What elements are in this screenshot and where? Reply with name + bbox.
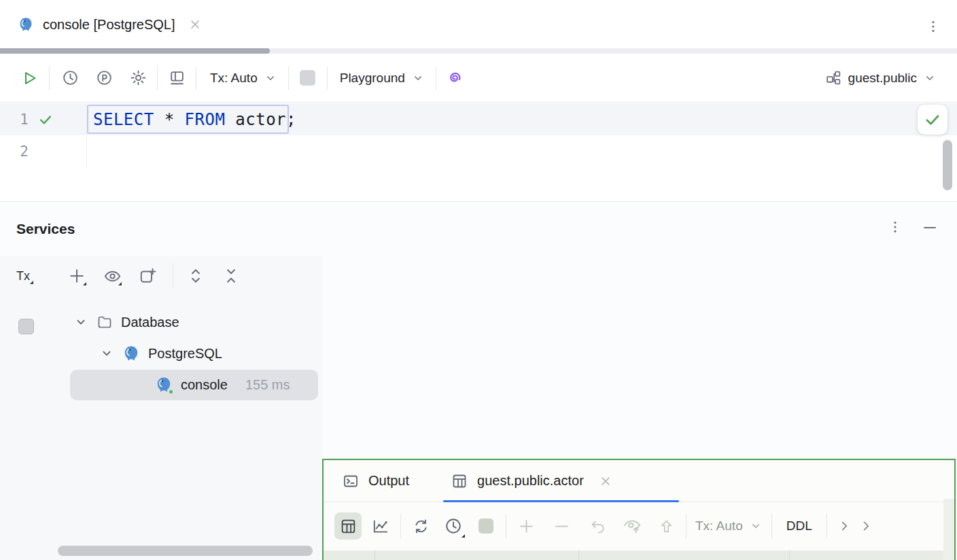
parameters-button[interactable] xyxy=(92,66,116,90)
next-page-icon[interactable] xyxy=(837,519,852,533)
editor-tabbar: console [PostgreSQL] xyxy=(0,0,957,49)
postgresql-icon xyxy=(18,16,34,33)
tab-label: guest.public.actor xyxy=(477,473,584,489)
editor-scrollbar-thumb[interactable] xyxy=(943,140,952,190)
submit-button[interactable] xyxy=(652,512,680,540)
run-button[interactable] xyxy=(18,66,42,90)
result-grid[interactable]: actor_id first_na… last_name xyxy=(324,550,954,560)
row-number-header[interactable] xyxy=(324,550,375,560)
column-header-last-name[interactable]: last_name xyxy=(790,550,943,560)
grid-view-button[interactable] xyxy=(334,512,362,540)
close-icon[interactable] xyxy=(188,18,202,31)
toolbar-separator xyxy=(686,514,686,538)
schema-switcher[interactable]: guest.public xyxy=(821,69,941,86)
eye-upload-icon xyxy=(623,517,642,536)
expand-all-button[interactable] xyxy=(184,264,207,287)
editor-line-1[interactable]: 1 SELECT * FROM actor; xyxy=(0,103,957,135)
tx-dropdown[interactable]: Tx xyxy=(16,266,35,286)
gear-icon xyxy=(130,69,147,86)
executed-check-icon xyxy=(38,112,53,127)
add-row-button[interactable] xyxy=(512,512,540,540)
auto-refresh-button[interactable] xyxy=(440,512,467,540)
playground-label: Playground xyxy=(340,71,405,86)
services-tree-panel: Tx Database xyxy=(0,256,322,560)
clock-icon xyxy=(445,517,462,535)
open-in-new-tab-button[interactable] xyxy=(136,264,159,287)
refresh-icon xyxy=(413,518,430,535)
stop-query-button[interactable] xyxy=(472,512,500,540)
preview-changes-button[interactable] xyxy=(619,512,646,540)
code-area[interactable]: SELECT * FROM actor; xyxy=(86,103,296,135)
stop-button[interactable] xyxy=(296,66,320,90)
table-icon xyxy=(340,518,357,535)
toolbar-separator xyxy=(327,67,328,90)
schema-icon xyxy=(825,69,842,86)
chevron-down-icon[interactable] xyxy=(73,315,88,330)
tabstrip-scrollbar[interactable] xyxy=(0,48,957,54)
last-page-icon[interactable] xyxy=(858,519,873,533)
add-button[interactable] xyxy=(65,264,88,287)
toolbar-separator xyxy=(771,514,772,538)
results-toolbar: Tx: Auto DDL xyxy=(324,502,954,550)
folder-icon xyxy=(97,314,113,330)
ai-assistant-button[interactable] xyxy=(443,66,468,90)
results-panel: Output guest.public.actor xyxy=(322,459,956,560)
results-tx-dropdown[interactable]: Tx: Auto xyxy=(693,519,765,533)
code-area[interactable] xyxy=(86,135,89,167)
tree-item-console[interactable]: console 155 ms xyxy=(0,369,322,400)
postgresql-icon xyxy=(122,345,140,362)
kebab-menu-icon[interactable] xyxy=(926,19,941,34)
refresh-button[interactable] xyxy=(407,512,434,540)
toolbar-separator xyxy=(157,67,158,90)
minimize-icon[interactable] xyxy=(922,220,938,236)
services-title: Services xyxy=(16,221,75,237)
sql-editor[interactable]: 1 SELECT * FROM actor; 2 xyxy=(0,103,957,201)
in-editor-results-button[interactable] xyxy=(164,66,189,90)
kebab-menu-icon[interactable] xyxy=(888,220,903,234)
tree-item-postgresql[interactable]: PostgreSQL xyxy=(0,338,322,369)
chevron-down-icon[interactable] xyxy=(99,346,114,361)
services-tree: Database PostgreSQL xyxy=(0,307,322,400)
ddl-button[interactable]: DDL xyxy=(778,519,820,533)
inspection-status-widget[interactable] xyxy=(918,105,947,135)
tx-mode-dropdown[interactable]: Tx: Auto xyxy=(206,71,281,86)
view-options-button[interactable] xyxy=(101,264,124,287)
grid-scrollbar-gutter xyxy=(943,499,954,560)
line-number: 1 xyxy=(0,111,29,128)
grid-header-row: actor_id first_na… last_name xyxy=(324,550,954,560)
editor-line-2[interactable]: 2 xyxy=(0,135,957,167)
settings-button[interactable] xyxy=(126,66,150,90)
column-header-first-name[interactable]: first_na… xyxy=(579,550,790,560)
tx-label: Tx xyxy=(16,269,30,283)
unfold-icon xyxy=(187,267,205,285)
stop-icon xyxy=(478,519,493,533)
delete-row-button[interactable] xyxy=(548,512,575,540)
tab-output[interactable]: Output xyxy=(343,473,409,489)
table-icon xyxy=(451,473,468,489)
tx-label: Tx: Auto xyxy=(695,519,743,533)
chevron-down-icon xyxy=(411,71,425,85)
sql-statement: SELECT * FROM actor; xyxy=(89,110,296,129)
tree-scrollbar-thumb[interactable] xyxy=(58,546,313,556)
playground-dropdown[interactable]: Playground xyxy=(336,71,429,86)
toolbar-separator xyxy=(288,67,289,90)
tab-guest-public-actor[interactable]: guest.public.actor xyxy=(451,473,612,489)
history-button[interactable] xyxy=(58,66,82,90)
collapse-all-button[interactable] xyxy=(220,264,243,287)
tabstrip-scrollbar-thumb[interactable] xyxy=(0,48,270,54)
line-number: 2 xyxy=(0,143,29,160)
revert-button[interactable] xyxy=(585,512,612,540)
close-icon[interactable] xyxy=(599,474,612,488)
column-header-actor-id[interactable]: actor_id xyxy=(375,550,579,560)
tab-console-postgresql[interactable]: console [PostgreSQL] xyxy=(0,0,215,49)
ide-window: console [PostgreSQL] Tx: Auto Playground xyxy=(0,0,957,560)
chart-view-button[interactable] xyxy=(367,512,394,540)
no-problems-check-icon xyxy=(924,111,941,128)
tab-label: Output xyxy=(368,473,409,489)
terminal-icon xyxy=(343,473,359,489)
tree-item-database[interactable]: Database xyxy=(0,307,322,338)
tx-mode-label: Tx: Auto xyxy=(210,71,258,86)
connected-badge xyxy=(168,389,174,395)
stop-icon xyxy=(300,70,315,86)
toolbar-separator xyxy=(436,67,436,90)
